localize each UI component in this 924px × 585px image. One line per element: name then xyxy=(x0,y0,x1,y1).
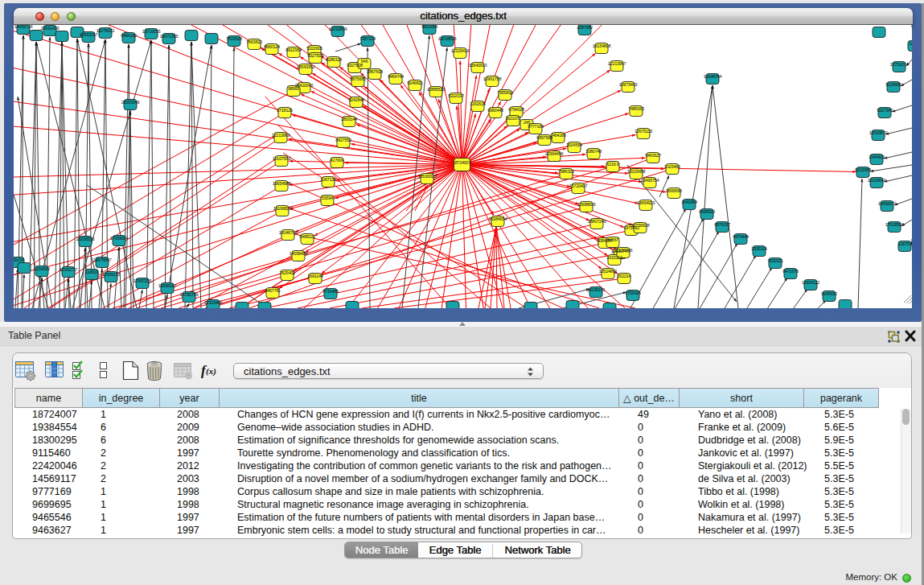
svg-text:16120746: 16120746 xyxy=(614,248,633,253)
svg-text:8912954: 8912954 xyxy=(285,47,302,52)
svg-text:10025488: 10025488 xyxy=(627,169,646,174)
svg-text:1244415: 1244415 xyxy=(869,154,885,159)
svg-text:8660124: 8660124 xyxy=(264,44,280,49)
svg-text:9474444: 9474444 xyxy=(733,234,749,239)
svg-text:7663822: 7663822 xyxy=(246,39,262,44)
svg-text:9463627: 9463627 xyxy=(645,153,661,158)
svg-text:2803144: 2803144 xyxy=(341,117,357,122)
svg-text:6794028: 6794028 xyxy=(508,107,524,112)
svg-text:12505135: 12505135 xyxy=(102,272,121,277)
svg-text:16648784: 16648784 xyxy=(704,74,722,79)
svg-text:7625402: 7625402 xyxy=(279,270,295,275)
svg-text:19958107: 19958107 xyxy=(158,283,177,288)
svg-text:84067: 84067 xyxy=(607,237,618,242)
svg-text:16046799: 16046799 xyxy=(279,230,298,235)
svg-text:16033809: 16033809 xyxy=(329,27,347,31)
svg-text:13654923: 13654923 xyxy=(637,200,655,205)
svg-text:15720407: 15720407 xyxy=(569,183,588,188)
svg-text:15276021: 15276021 xyxy=(97,28,115,33)
svg-text:10688609: 10688609 xyxy=(577,202,596,207)
svg-text:18807249: 18807249 xyxy=(588,219,606,224)
svg-text:9699695: 9699695 xyxy=(666,188,682,193)
svg-text:20364456: 20364456 xyxy=(545,151,564,156)
svg-text:12093872: 12093872 xyxy=(869,130,888,135)
svg-text:7464266: 7464266 xyxy=(550,133,566,138)
svg-text:18724007: 18724007 xyxy=(453,160,471,165)
svg-text:252214: 252214 xyxy=(618,274,631,278)
svg-text:12213969: 12213969 xyxy=(272,133,290,138)
svg-text:12323466: 12323466 xyxy=(204,300,223,305)
svg-text:8215958: 8215958 xyxy=(855,167,871,172)
svg-text:53594: 53594 xyxy=(322,196,333,200)
svg-text:5322605: 5322605 xyxy=(306,46,322,51)
svg-text:6990448: 6990448 xyxy=(487,108,503,113)
svg-text:9146821: 9146821 xyxy=(407,80,423,85)
svg-text:13524861: 13524861 xyxy=(599,269,618,274)
svg-text:6679197: 6679197 xyxy=(714,222,730,227)
svg-text:3267130: 3267130 xyxy=(320,177,336,182)
svg-text:26053346: 26053346 xyxy=(121,100,140,105)
svg-text:3024554: 3024554 xyxy=(566,142,582,147)
svg-text:20691406: 20691406 xyxy=(41,26,60,31)
svg-text:546: 546 xyxy=(361,59,368,64)
svg-text:13975115: 13975115 xyxy=(634,129,652,134)
svg-text:7955812: 7955812 xyxy=(497,90,513,95)
svg-text:6216 0: 6216 0 xyxy=(606,162,618,167)
svg-text:2935114: 2935114 xyxy=(751,246,766,251)
svg-text:2867608: 2867608 xyxy=(367,69,383,74)
svg-text:(x): (x) xyxy=(206,366,216,377)
svg-text:5875685: 5875685 xyxy=(350,76,366,81)
svg-text:19384554: 19384554 xyxy=(489,216,507,221)
svg-text:11128: 11128 xyxy=(909,41,912,46)
svg-text:19218506: 19218506 xyxy=(438,36,457,41)
svg-text:10756928: 10756928 xyxy=(631,223,650,228)
svg-text:9245652: 9245652 xyxy=(821,291,837,296)
svg-text:1156829: 1156829 xyxy=(34,266,49,271)
svg-text:5716485: 5716485 xyxy=(322,289,339,294)
svg-text:10553257: 10553257 xyxy=(80,32,98,37)
svg-text:1640954: 1640954 xyxy=(681,200,697,204)
svg-text:2718126: 2718126 xyxy=(277,108,293,113)
svg-text:15692971: 15692971 xyxy=(878,201,897,206)
svg-text:17957255: 17957255 xyxy=(133,278,152,283)
svg-text:1621072: 1621072 xyxy=(505,116,521,121)
svg-text:1733426: 1733426 xyxy=(625,290,641,295)
svg-text:15751074: 15751074 xyxy=(890,62,909,67)
svg-text:17016504: 17016504 xyxy=(885,222,904,227)
svg-text:6466160: 6466160 xyxy=(121,33,137,38)
svg-text:9115460: 9115460 xyxy=(664,164,680,169)
svg-text:16154808: 16154808 xyxy=(593,43,611,48)
svg-text:8186328: 8186328 xyxy=(326,57,342,62)
svg-text:17359924: 17359924 xyxy=(110,236,129,241)
svg-text:9777169: 9777169 xyxy=(528,124,544,129)
svg-text:12342737: 12342737 xyxy=(60,267,78,272)
svg-text:16210643: 16210643 xyxy=(868,178,886,183)
svg-text:5498222: 5498222 xyxy=(299,234,315,239)
svg-text:12325419: 12325419 xyxy=(451,48,470,53)
svg-text:1162615: 1162615 xyxy=(470,101,485,106)
svg-text:7515526: 7515526 xyxy=(226,36,242,41)
svg-text:8813054: 8813054 xyxy=(421,25,437,29)
svg-text:39154: 39154 xyxy=(14,257,23,262)
svg-text:14099489: 14099489 xyxy=(290,251,308,256)
svg-text:8471676: 8471676 xyxy=(782,269,799,274)
svg-text:98965: 98965 xyxy=(288,86,299,91)
svg-text:9457791: 9457791 xyxy=(265,288,281,293)
svg-text:10654112: 10654112 xyxy=(802,280,819,285)
svg-text:1080748: 1080748 xyxy=(585,149,602,154)
svg-text:8454749: 8454749 xyxy=(388,74,404,79)
svg-text:12213967: 12213967 xyxy=(608,61,626,66)
svg-text:15885520: 15885520 xyxy=(427,87,446,92)
svg-text:8938923: 8938923 xyxy=(699,209,715,214)
svg-text:20206536: 20206536 xyxy=(76,237,95,241)
svg-text:9129966: 9129966 xyxy=(885,82,901,87)
svg-text:7632621: 7632621 xyxy=(767,258,783,263)
svg-text:9227343: 9227343 xyxy=(877,108,893,113)
svg-text:19654985: 19654985 xyxy=(273,181,291,186)
svg-text:7357224: 7357224 xyxy=(359,36,376,41)
svg-text:15640910: 15640910 xyxy=(469,63,487,68)
svg-text:23975867: 23975867 xyxy=(93,257,112,262)
svg-text:19166829: 19166829 xyxy=(273,206,292,211)
svg-text:1691144: 1691144 xyxy=(307,274,322,278)
svg-text:16543362: 16543362 xyxy=(297,64,315,69)
